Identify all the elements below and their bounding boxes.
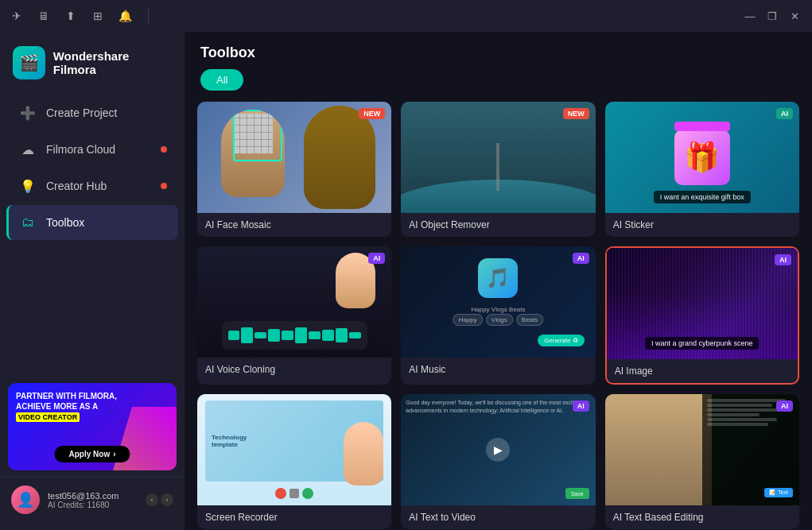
ai-music-thumbnail: 🎵 Happy Vlogs Beats Happy Vlogs Beats Ge… bbox=[401, 246, 595, 358]
mosaic-person-right bbox=[304, 106, 375, 209]
toolbox-grid-container: NEW AI Face Mosaic NEW bbox=[185, 102, 812, 530]
text-line bbox=[707, 418, 777, 421]
ai-image-thumbnail: I want a grand cyberpunk scene AI bbox=[607, 248, 798, 359]
banner-highlight: VIDEO CREATOR bbox=[16, 412, 80, 422]
sticker-visual: I want an exquisite gift box bbox=[605, 102, 799, 213]
tool-info: AI Sticker bbox=[605, 213, 799, 237]
ai-text-to-video-thumbnail: Good day everyone! Today, we'll be discu… bbox=[401, 394, 595, 505]
sidebar-item-create-project[interactable]: ➕ Create Project bbox=[6, 95, 178, 130]
text-line bbox=[707, 413, 760, 416]
music-title: Happy Vlogs Beats bbox=[471, 306, 525, 313]
user-avatar: 👤 bbox=[11, 486, 40, 514]
tool-info: AI Text Based Editing bbox=[605, 505, 799, 529]
text-line bbox=[707, 404, 773, 407]
tool-card-ai-text-based-editing[interactable]: 📝 Text AI AI Text Based Editing bbox=[605, 394, 799, 529]
person-image bbox=[605, 394, 712, 505]
tool-name: Screen Recorder bbox=[205, 512, 383, 523]
text-line bbox=[707, 408, 782, 412]
save-indicator: Save bbox=[565, 488, 589, 499]
tool-info: AI Voice Cloning bbox=[197, 358, 391, 381]
filmora-cloud-notification-dot bbox=[161, 146, 167, 153]
mosaic-person-left bbox=[221, 110, 285, 197]
ai-object-remover-thumbnail: NEW bbox=[401, 102, 595, 213]
user-profile: 👤 test056@163.com AI Credits: 11680 ‹ › bbox=[0, 477, 185, 522]
music-visual: 🎵 Happy Vlogs Beats Happy Vlogs Beats Ge… bbox=[401, 246, 595, 358]
sidebar-nav: ➕ Create Project ☁ Filmora Cloud 💡 Creat… bbox=[0, 95, 185, 377]
partner-banner[interactable]: PARTNER WITH FILMORA, ACHIEVE MORE AS A … bbox=[8, 383, 177, 470]
wave-bar bbox=[268, 329, 280, 342]
send-icon[interactable]: ✈ bbox=[10, 9, 24, 23]
creator-hub-notification-dot bbox=[161, 183, 167, 189]
tool-name: AI Text to Video bbox=[409, 512, 587, 523]
rec-button bbox=[275, 488, 286, 499]
text-video-visual: Good day everyone! Today, we'll be discu… bbox=[401, 394, 595, 505]
template-text: Technologytemplate bbox=[212, 434, 247, 448]
ai-text-based-editing-thumbnail: 📝 Text AI bbox=[605, 394, 799, 505]
banner-apply-button[interactable]: Apply Now › bbox=[54, 446, 130, 462]
sticker-prompt-text: I want an exquisite gift box bbox=[654, 191, 751, 203]
tool-name: AI Sticker bbox=[613, 219, 791, 230]
tool-card-ai-image[interactable]: I want a grand cyberpunk scene AI AI Ima… bbox=[605, 246, 799, 385]
wave-bar bbox=[349, 332, 361, 339]
restore-button[interactable]: ❐ bbox=[764, 8, 780, 24]
tool-card-ai-music[interactable]: 🎵 Happy Vlogs Beats Happy Vlogs Beats Ge… bbox=[401, 246, 595, 385]
voice-visual bbox=[197, 246, 391, 358]
sidebar-item-filmora-cloud[interactable]: ☁ Filmora Cloud bbox=[6, 132, 178, 167]
ai-badge: AI bbox=[776, 400, 793, 412]
content-header: Toolbox bbox=[185, 32, 812, 69]
tool-name: AI Image bbox=[615, 366, 790, 377]
face-detection-border bbox=[233, 110, 282, 161]
ai-badge: AI bbox=[776, 108, 793, 119]
page-title: Toolbox bbox=[200, 44, 796, 61]
tab-all[interactable]: All bbox=[200, 69, 243, 91]
text-video-text: Good day everyone! Today, we'll be discu… bbox=[401, 394, 595, 420]
close-button[interactable]: ✕ bbox=[787, 8, 802, 24]
ai-badge: AI bbox=[573, 253, 589, 264]
tool-card-ai-face-mosaic[interactable]: NEW AI Face Mosaic bbox=[197, 102, 391, 237]
tool-card-ai-voice-cloning[interactable]: AI AI Voice Cloning bbox=[197, 246, 391, 385]
wave-bar bbox=[254, 332, 266, 339]
upload-icon[interactable]: ⬆ bbox=[64, 9, 78, 23]
tool-card-ai-object-remover[interactable]: NEW AI Object Remover bbox=[401, 102, 595, 237]
music-generate-button[interactable]: Generate ♻ bbox=[538, 335, 585, 346]
music-tags: Happy Vlogs Beats bbox=[453, 314, 544, 326]
tool-name: AI Text Based Editing bbox=[613, 512, 791, 523]
sidebar-item-creator-hub[interactable]: 💡 Creator Hub bbox=[6, 168, 178, 203]
bell-icon[interactable]: 🔔 bbox=[118, 9, 132, 23]
filmora-cloud-icon: ☁ bbox=[19, 141, 37, 158]
minimize-button[interactable]: — bbox=[742, 8, 758, 24]
logo-icon: 🎬 bbox=[13, 46, 45, 79]
tool-card-ai-text-to-video[interactable]: Good day everyone! Today, we'll be discu… bbox=[401, 394, 595, 529]
tool-card-screen-recorder[interactable]: Technologytemplate Screen Recorder bbox=[197, 394, 391, 529]
wave-bar bbox=[322, 330, 334, 341]
wave-bar bbox=[228, 331, 240, 340]
tool-info: Screen Recorder bbox=[197, 505, 391, 529]
image-prompt-text: I want a grand cyberpunk scene bbox=[645, 337, 760, 350]
music-note-icon: 🎵 bbox=[478, 258, 518, 298]
text-edit-visual: 📝 Text bbox=[605, 394, 799, 505]
sidebar-item-toolbox[interactable]: 🗂 Toolbox bbox=[6, 205, 178, 240]
monitor-icon[interactable]: 🖥 bbox=[37, 9, 51, 23]
text-button[interactable]: 📝 Text bbox=[764, 488, 793, 497]
wave-bar bbox=[241, 327, 253, 343]
new-badge: NEW bbox=[359, 108, 385, 119]
sidebar: 🎬 Wondershare Filmora ➕ Create Project ☁… bbox=[0, 32, 185, 530]
play-button bbox=[302, 488, 313, 499]
wave-bar bbox=[295, 327, 307, 343]
next-arrow-button[interactable]: › bbox=[161, 493, 173, 506]
music-tag-vlogs: Vlogs bbox=[486, 314, 513, 326]
stop-button bbox=[289, 489, 299, 498]
app-logo: 🎬 Wondershare Filmora bbox=[0, 40, 185, 95]
grid-icon[interactable]: ⊞ bbox=[91, 9, 105, 23]
wave-bar bbox=[336, 328, 348, 342]
voice-waveform bbox=[228, 327, 361, 343]
user-email: test056@163.com bbox=[48, 491, 138, 501]
prev-arrow-button[interactable]: ‹ bbox=[146, 493, 158, 506]
tool-card-ai-sticker[interactable]: I want an exquisite gift box AI AI Stick… bbox=[605, 102, 799, 237]
screen-controls bbox=[275, 488, 313, 499]
titlebar: ✈ 🖥 ⬆ ⊞ 🔔 — ❐ ✕ bbox=[0, 0, 812, 32]
arrow-right-icon: › bbox=[113, 450, 115, 458]
user-nav-arrows: ‹ › bbox=[146, 493, 173, 506]
screen-person bbox=[344, 422, 383, 486]
user-credits: AI Credits: 11680 bbox=[48, 501, 138, 509]
